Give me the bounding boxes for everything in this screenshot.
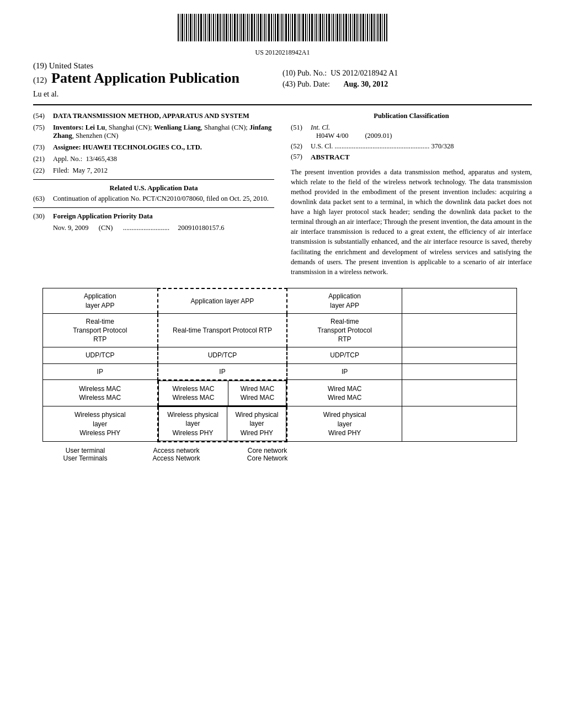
svg-rect-71 — [326, 14, 327, 41]
country-label: (19) United States — [33, 61, 277, 71]
item21-content: Appl. No.: 13/465,438 — [53, 155, 274, 163]
item52-value: 370/328 — [431, 142, 454, 150]
svg-rect-76 — [337, 14, 338, 41]
svg-rect-49 — [280, 14, 280, 41]
main-content: (54) DATA TRANSMISSION METHOD, APPARATUS… — [33, 112, 532, 277]
svg-rect-16 — [209, 14, 210, 41]
item52-dots: ........................................… — [334, 142, 429, 150]
svg-rect-27 — [232, 14, 233, 41]
pub-number-line: (10) Pub. No.: US 2012/0218942 A1 — [282, 69, 532, 78]
item75-text: Lei Lu, Shanghai (CN); Wenliang Liang, S… — [53, 124, 271, 140]
cell-col4-ip — [402, 363, 516, 380]
svg-rect-44 — [268, 14, 270, 41]
item-75: (75) Inventors: Lei Lu, Shanghai (CN); W… — [33, 124, 274, 140]
svg-rect-20 — [217, 14, 218, 41]
svg-rect-42 — [264, 14, 265, 41]
svg-rect-15 — [207, 14, 207, 41]
cell-col3-phy: Wired physicallayerWired PHY — [287, 406, 402, 442]
svg-rect-88 — [363, 14, 364, 41]
bottom-label-core: Core networkCore Network — [225, 447, 310, 462]
table-row: UDP/TCP UDP/TCP UDP/TCP — [43, 347, 517, 363]
svg-rect-53 — [288, 14, 289, 41]
barcode-image — [172, 11, 393, 44]
item75-content: Inventors: Lei Lu, Shanghai (CN); Wenlia… — [53, 124, 274, 140]
svg-rect-41 — [263, 14, 263, 41]
cell-col4-udp — [402, 347, 516, 363]
svg-rect-51 — [284, 14, 284, 41]
svg-rect-86 — [359, 14, 359, 41]
cell-col2-mac-wired: Wired MACWired MAC — [228, 381, 286, 405]
svg-rect-40 — [260, 14, 262, 41]
related-divider — [33, 179, 274, 180]
pub-number-label: (10) Pub. No.: — [282, 69, 327, 77]
svg-rect-69 — [322, 14, 323, 41]
foreign-dots: ........................... — [123, 224, 169, 232]
svg-rect-94 — [376, 14, 376, 41]
diagram-wrapper: Applicationlayer APP Application layer A… — [42, 288, 523, 462]
cell-col4-app — [402, 288, 516, 313]
cell-col2-app: Application layer APP — [158, 288, 287, 313]
inventors-line: Lu et al. — [33, 90, 277, 99]
svg-rect-9 — [194, 14, 195, 41]
cell-col1-rtp: Real-timeTransport ProtocolRTP — [43, 313, 158, 347]
svg-rect-96 — [380, 14, 381, 41]
foreign-section: (30) Foreign Application Priority Data — [33, 212, 274, 221]
table-row: Wireless physicallayerWireless PHY Wirel… — [43, 406, 517, 442]
cell-col4-mac — [402, 380, 516, 406]
svg-rect-66 — [316, 14, 317, 41]
table-row: IP IP IP — [43, 363, 517, 380]
foreign-divider — [33, 207, 274, 208]
item73-text: HUAWEI TECHNOLOGIES CO., LTD. — [83, 143, 202, 151]
svg-rect-90 — [367, 14, 368, 41]
abstract-title: ABSTRACT — [311, 153, 350, 162]
item-63: (63) Continuation of application No. PCT… — [33, 195, 274, 203]
pub-number-value: US 2012/0218942 A1 — [331, 69, 398, 77]
network-diagram-table: Applicationlayer APP Application layer A… — [42, 288, 517, 442]
svg-rect-84 — [354, 14, 355, 41]
item22-label: Filed: — [53, 167, 69, 174]
item57-num: (57) — [291, 153, 307, 165]
cell-col1-ip: IP — [43, 363, 158, 380]
svg-rect-29 — [237, 14, 238, 41]
title-prefix: (12) — [33, 76, 47, 85]
cell-col3-ip: IP — [287, 363, 402, 380]
svg-rect-72 — [328, 14, 330, 41]
item51-num: (51) — [291, 124, 307, 140]
item-73: (73) Assignee: HUAWEI TECHNOLOGIES CO., … — [33, 143, 274, 152]
svg-rect-91 — [369, 14, 370, 41]
table-row: Real-timeTransport ProtocolRTP Real-time… — [43, 313, 517, 347]
svg-rect-87 — [360, 14, 361, 41]
svg-rect-92 — [371, 14, 372, 41]
svg-rect-32 — [243, 14, 244, 41]
patent-number-top: US 20120218942A1 — [33, 49, 532, 57]
svg-rect-62 — [307, 14, 308, 41]
svg-rect-78 — [342, 14, 342, 41]
bottom-labels: User terminalUser Terminals Access netwo… — [42, 447, 523, 462]
item52-label: U.S. Cl. — [311, 142, 333, 150]
svg-rect-11 — [198, 14, 199, 41]
svg-rect-3 — [182, 14, 183, 41]
abstract-header: (57) ABSTRACT — [291, 153, 532, 165]
svg-rect-1 — [178, 14, 179, 41]
pub-class-title: Publication Classification — [291, 112, 532, 120]
svg-rect-4 — [184, 14, 185, 41]
foreign-title: Foreign Application Priority Data — [53, 212, 274, 221]
svg-rect-97 — [382, 14, 383, 41]
svg-rect-93 — [374, 14, 375, 41]
svg-rect-82 — [350, 14, 351, 41]
item54-label: DATA TRANSMISSION METHOD, APPARATUS AND … — [53, 112, 249, 120]
svg-rect-8 — [193, 14, 193, 41]
svg-rect-38 — [256, 14, 257, 41]
svg-rect-54 — [290, 14, 291, 41]
svg-rect-68 — [319, 14, 321, 41]
svg-rect-60 — [302, 14, 304, 41]
item21-label: Appl. No.: — [53, 155, 82, 163]
svg-rect-45 — [271, 14, 272, 41]
svg-rect-22 — [222, 14, 222, 41]
item73-content: Assignee: HUAWEI TECHNOLOGIES CO., LTD. — [53, 143, 274, 152]
svg-rect-23 — [223, 14, 225, 41]
item51-class: H04W 4/00 — [316, 132, 348, 140]
svg-rect-58 — [299, 14, 300, 41]
related-title: Related U.S. Application Data — [33, 184, 274, 192]
cell-col3-mac: Wired MACWired MAC — [287, 380, 402, 406]
